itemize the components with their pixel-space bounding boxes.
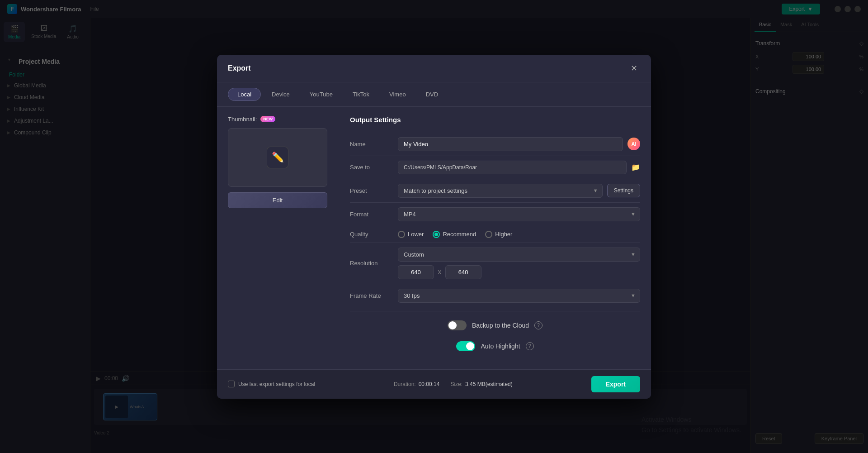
footer-center: Duration: 00:00:14 Size: 3.45 MB(estimat… — [394, 381, 513, 387]
toggle-knob — [466, 342, 474, 350]
tab-local[interactable]: Local — [228, 88, 261, 101]
output-settings-title: Output Settings — [350, 116, 640, 124]
resolution-select-wrapper: Custom ▼ — [398, 248, 640, 262]
thumbnail-box: ✏️ — [228, 128, 327, 187]
save-to-control: 📁 — [398, 161, 640, 174]
radio-recommend-icon — [433, 231, 440, 238]
settings-button[interactable]: Settings — [607, 184, 640, 197]
settings-row-resolution: Resolution Custom ▼ X — [350, 243, 640, 284]
frame-rate-select[interactable]: 30 fps — [398, 289, 640, 303]
thumbnail-edit-icon: ✏️ — [267, 147, 288, 168]
quality-higher[interactable]: Higher — [485, 231, 512, 238]
frame-rate-control: 30 fps ▼ — [398, 289, 640, 303]
tab-device[interactable]: Device — [263, 88, 299, 101]
radio-lower-icon — [398, 231, 405, 238]
preset-control: Match to project settings ▼ Settings — [398, 184, 640, 198]
name-input[interactable] — [398, 137, 623, 151]
dialog-footer: Use last export settings for local Durat… — [217, 369, 651, 399]
tab-tiktok[interactable]: TikTok — [344, 88, 378, 101]
save-to-input[interactable] — [398, 161, 627, 174]
format-label: Format — [350, 211, 391, 218]
size-value: 3.45 MB(estimated) — [465, 381, 513, 387]
export-dialog-button[interactable]: Export — [591, 376, 640, 392]
backup-cloud-info-icon[interactable]: ? — [534, 321, 542, 329]
preset-label: Preset — [350, 187, 391, 194]
duration-value: 00:00:14 — [419, 381, 440, 387]
ai-icon: AI — [627, 138, 640, 150]
tab-youtube[interactable]: YouTube — [301, 88, 342, 101]
resolution-x-separator: X — [438, 269, 442, 276]
format-control: MP4 ▼ — [398, 207, 640, 221]
settings-divider — [350, 311, 640, 311]
thumbnail-panel: Thumbnail: NEW ✏️ Edit — [228, 116, 336, 360]
settings-row-frame-rate: Frame Rate 30 fps ▼ — [350, 284, 640, 307]
edit-thumbnail-button[interactable]: Edit — [228, 192, 327, 208]
settings-row-quality: Quality Lower — [350, 226, 640, 243]
folder-browse-button[interactable]: 📁 — [631, 163, 640, 172]
frame-rate-label: Frame Rate — [350, 292, 391, 299]
format-select-wrapper: MP4 ▼ — [398, 207, 640, 221]
auto-highlight-row: Auto Highlight ? — [350, 336, 640, 357]
quality-control: Lower Recommend Hi — [398, 231, 640, 238]
dialog-title: Export — [228, 64, 251, 72]
backup-cloud-label: Backup to the Cloud — [472, 322, 529, 329]
auto-highlight-info-icon[interactable]: ? — [526, 342, 534, 350]
resolution-height-input[interactable] — [445, 265, 481, 279]
resolution-width-input[interactable] — [398, 265, 434, 279]
tab-vimeo[interactable]: Vimeo — [380, 88, 415, 101]
dialog-close-button[interactable]: ✕ — [627, 62, 640, 75]
modal-overlay: Export ✕ Local Device YouTube TikTok Vim… — [0, 0, 868, 453]
auto-highlight-toggle[interactable] — [456, 341, 475, 351]
dialog-tabs: Local Device YouTube TikTok Vimeo DVD — [217, 82, 651, 107]
size-info: Size: 3.45 MB(estimated) — [450, 381, 512, 387]
preset-select[interactable]: Match to project settings — [398, 184, 603, 198]
toggle-knob — [448, 321, 457, 329]
duration-label: Duration: — [394, 381, 416, 387]
backup-cloud-toggle[interactable] — [448, 320, 467, 330]
output-settings: Output Settings Name AI — [350, 116, 640, 360]
checkbox-icon — [228, 381, 235, 387]
backup-cloud-row: Backup to the Cloud ? — [350, 315, 640, 336]
preset-select-wrapper: Match to project settings ▼ — [398, 184, 603, 198]
resolution-label: Resolution — [350, 260, 391, 267]
thumbnail-label: Thumbnail: NEW — [228, 116, 336, 123]
duration-info: Duration: 00:00:14 — [394, 381, 439, 387]
save-to-label: Save to — [350, 164, 391, 171]
footer-left: Use last export settings for local — [228, 381, 315, 387]
resolution-inputs: X — [398, 265, 481, 279]
radio-dot — [434, 233, 438, 236]
dialog-header: Export ✕ — [217, 55, 651, 82]
new-badge: NEW — [260, 116, 275, 122]
resolution-select[interactable]: Custom — [398, 248, 640, 262]
radio-higher-icon — [485, 231, 492, 238]
frame-rate-select-wrapper: 30 fps ▼ — [398, 289, 640, 303]
settings-row-preset: Preset Match to project settings ▼ Setti… — [350, 179, 640, 203]
settings-grid: Name AI Save to 📁 — [350, 133, 640, 307]
size-label: Size: — [450, 381, 462, 387]
tab-dvd[interactable]: DVD — [417, 88, 447, 101]
auto-highlight-label: Auto Highlight — [481, 343, 520, 350]
format-select[interactable]: MP4 — [398, 207, 640, 221]
dialog-body: Thumbnail: NEW ✏️ Edit Output Settings — [217, 107, 651, 369]
name-control: AI — [398, 137, 640, 151]
quality-options: Lower Recommend Hi — [398, 231, 512, 238]
quality-lower[interactable]: Lower — [398, 231, 424, 238]
last-export-settings-checkbox[interactable]: Use last export settings for local — [228, 381, 315, 387]
resolution-control: Custom ▼ X — [398, 248, 640, 279]
settings-row-name: Name AI — [350, 133, 640, 156]
quality-label: Quality — [350, 231, 391, 238]
settings-row-save-to: Save to 📁 — [350, 156, 640, 179]
export-dialog: Export ✕ Local Device YouTube TikTok Vim… — [217, 55, 651, 399]
quality-recommend[interactable]: Recommend — [433, 231, 476, 238]
settings-row-format: Format MP4 ▼ — [350, 203, 640, 226]
ai-name-button[interactable]: AI — [627, 138, 640, 150]
name-label: Name — [350, 141, 391, 148]
